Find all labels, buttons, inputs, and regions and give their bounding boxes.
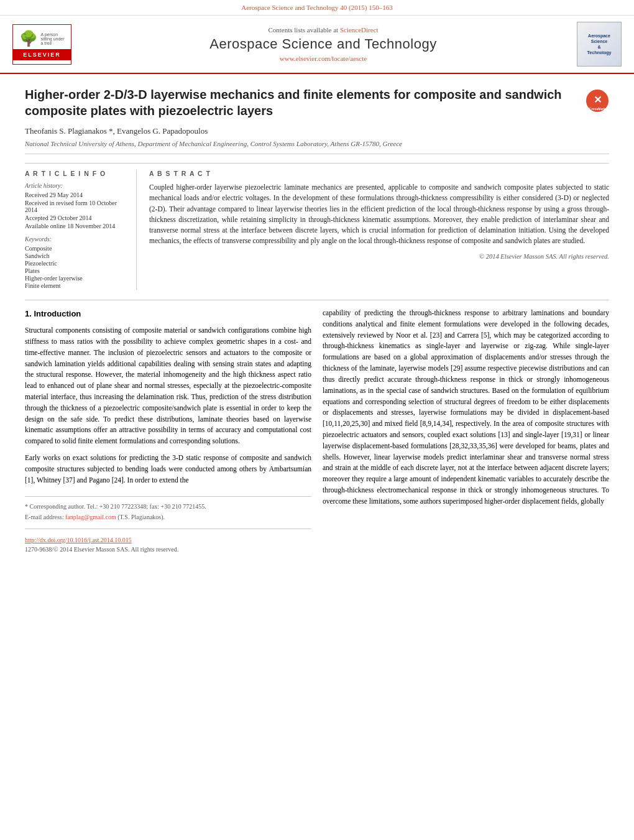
tree-icon: 🌳: [19, 30, 38, 47]
journal-url-link[interactable]: www.elsevier.com/locate/aescte: [280, 55, 367, 62]
crossmark-badge: ✕ CrossMark: [586, 89, 609, 113]
journal-header-band: 🌳 A person sitting under a tree ELSEVIER…: [0, 16, 634, 74]
ast-logo-container: AerospaceScience&Technology: [572, 22, 622, 67]
article-title-block: Higher-order 2-D/3-D layerwise mechanics…: [25, 86, 609, 119]
article-body: Higher-order 2-D/3-D layerwise mechanics…: [0, 74, 634, 567]
footer-divider: [25, 528, 311, 529]
svg-text:CrossMark: CrossMark: [589, 107, 605, 111]
doi-link[interactable]: http://dx.doi.org/10.1016/j.ast.2014.10.…: [25, 537, 132, 543]
right-column: capability of predicting the through-thi…: [323, 308, 609, 555]
intro-para2: Early works on exact solutions for predi…: [25, 453, 311, 486]
keyword-3: Piezoelectric: [25, 260, 127, 267]
authors-line: Theofanis S. Plagianakos *, Evangelos G.…: [25, 126, 609, 136]
history-label: Article history:: [25, 182, 127, 189]
article-meta-section: A R T I C L E I N F O Article history: R…: [25, 163, 609, 290]
keywords-label: Keywords:: [25, 236, 127, 242]
email-link[interactable]: fanplag@gmail.com: [65, 514, 116, 520]
svg-text:✕: ✕: [594, 95, 602, 105]
keyword-4: Plates: [25, 267, 127, 274]
footnote-star-line: * Corresponding author. Tel.: +30 210 77…: [25, 502, 311, 512]
abstract-panel: A B S T R A C T Coupled higher-order lay…: [149, 170, 609, 290]
article-info-panel: A R T I C L E I N F O Article history: R…: [25, 170, 137, 290]
issn-line: 1270-9638/© 2014 Elsevier Masson SAS. Al…: [25, 545, 311, 555]
article-info-heading: A R T I C L E I N F O: [25, 170, 127, 177]
left-column: 1. Introduction Structural components co…: [25, 308, 311, 555]
abstract-heading: A B S T R A C T: [149, 170, 609, 177]
section1-heading: 1. Introduction: [25, 308, 311, 320]
elsevier-logo: 🌳 A person sitting under a tree ELSEVIER: [12, 24, 75, 65]
keyword-6: Finite element: [25, 282, 127, 289]
journal-center-info: Contents lists available at ScienceDirec…: [75, 26, 572, 62]
sciencedirect-link[interactable]: ScienceDirect: [340, 26, 379, 34]
two-column-body: 1. Introduction Structural components co…: [25, 308, 609, 555]
contents-line: Contents lists available at ScienceDirec…: [75, 26, 572, 34]
available-date: Available online 18 November 2014: [25, 223, 127, 229]
affiliation-line: National Technical University of Athens,…: [25, 140, 609, 154]
journal-reference: Aerospace Science and Technology 40 (201…: [0, 0, 634, 16]
revised-date: Received in revised form 10 October 2014: [25, 200, 127, 213]
keyword-5: Higher-order layerwise: [25, 275, 127, 282]
intro-para1: Structural components consisting of comp…: [25, 325, 311, 447]
section-divider: [25, 300, 609, 300]
right-intro-para1: capability of predicting the through-thi…: [323, 308, 609, 507]
copyright-line: © 2014 Elsevier Masson SAS. All rights r…: [149, 253, 609, 260]
elsevier-wordmark: ELSEVIER: [13, 49, 71, 60]
article-title-text: Higher-order 2-D/3-D layerwise mechanics…: [25, 86, 579, 119]
article-footer: * Corresponding author. Tel.: +30 210 77…: [25, 496, 311, 555]
received-date: Received 29 May 2014: [25, 192, 127, 198]
footnote-email: E-mail address: fanplag@gmail.com (T.S. …: [25, 512, 311, 522]
ast-logo: AerospaceScience&Technology: [577, 22, 622, 67]
keyword-2: Sandwich: [25, 252, 127, 259]
accepted-date: Accepted 29 October 2014: [25, 215, 127, 221]
journal-url: www.elsevier.com/locate/aescte: [75, 55, 572, 62]
abstract-text: Coupled higher-order layerwise piezoelec…: [149, 182, 609, 247]
keyword-1: Composite: [25, 245, 127, 252]
journal-title: Aerospace Science and Technology: [75, 36, 572, 52]
